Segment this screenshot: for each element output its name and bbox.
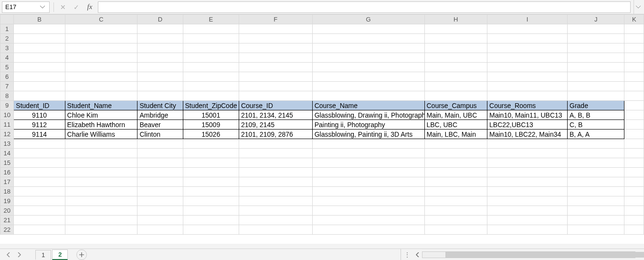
cell-J20[interactable] xyxy=(568,206,624,216)
cell-B2[interactable] xyxy=(14,34,65,43)
row-header-20[interactable]: 20 xyxy=(0,206,14,216)
row-header-5[interactable]: 5 xyxy=(0,63,14,72)
cell-J3[interactable] xyxy=(568,43,624,53)
cell-C20[interactable] xyxy=(65,206,137,216)
row-header-22[interactable]: 22 xyxy=(0,225,14,235)
cell-I2[interactable] xyxy=(487,34,568,43)
cell-J6[interactable] xyxy=(568,72,624,82)
cell-B21[interactable] xyxy=(14,216,65,225)
cell-G20[interactable] xyxy=(312,206,424,216)
cell-D4[interactable] xyxy=(137,53,183,63)
cell-E20[interactable] xyxy=(183,206,239,216)
cell-B7[interactable] xyxy=(14,82,65,91)
cell-B16[interactable] xyxy=(14,168,65,177)
cell-H14[interactable] xyxy=(424,149,487,158)
cell-K7[interactable] xyxy=(624,82,644,91)
col-header-F[interactable]: F xyxy=(239,15,312,24)
cell-H3[interactable] xyxy=(424,43,487,53)
cell-F3[interactable] xyxy=(239,43,312,53)
cell-H7[interactable] xyxy=(424,82,487,91)
row-header-14[interactable]: 14 xyxy=(0,149,14,158)
cell-I14[interactable] xyxy=(487,149,568,158)
cell-H15[interactable] xyxy=(424,158,487,168)
col-header-J[interactable]: J xyxy=(568,15,624,24)
cell-K2[interactable] xyxy=(624,34,644,43)
cell-H13[interactable] xyxy=(424,139,487,149)
cell-F8[interactable] xyxy=(239,91,312,101)
cell-H8[interactable] xyxy=(424,91,487,101)
cell-J12[interactable]: B, A, A xyxy=(568,130,624,139)
cell-D10[interactable]: Ambridge xyxy=(137,110,183,120)
cell-F1[interactable] xyxy=(239,24,312,34)
cell-H1[interactable] xyxy=(424,24,487,34)
cell-C16[interactable] xyxy=(65,168,137,177)
cell-B14[interactable] xyxy=(14,149,65,158)
cell-H18[interactable] xyxy=(424,187,487,196)
cell-F10[interactable]: 2101, 2134, 2145 xyxy=(239,110,312,120)
cell-C19[interactable] xyxy=(65,196,137,206)
cell-H11[interactable]: LBC, UBC xyxy=(424,120,487,130)
cell-I20[interactable] xyxy=(487,206,568,216)
cell-B5[interactable] xyxy=(14,63,65,72)
name-box-dropdown-icon[interactable] xyxy=(39,3,46,11)
row-header-11[interactable]: 11 xyxy=(0,120,14,130)
cell-D5[interactable] xyxy=(137,63,183,72)
cell-I13[interactable] xyxy=(487,139,568,149)
cell-K21[interactable] xyxy=(624,216,644,225)
cell-C15[interactable] xyxy=(65,158,137,168)
cell-B8[interactable] xyxy=(14,91,65,101)
cell-B19[interactable] xyxy=(14,196,65,206)
cell-B20[interactable] xyxy=(14,206,65,216)
cell-K5[interactable] xyxy=(624,63,644,72)
cell-E14[interactable] xyxy=(183,149,239,158)
cell-E8[interactable] xyxy=(183,91,239,101)
cell-E7[interactable] xyxy=(183,82,239,91)
cell-K14[interactable] xyxy=(624,149,644,158)
cell-E10[interactable]: 15001 xyxy=(183,110,239,120)
cell-I9[interactable]: Course_Rooms xyxy=(487,101,568,110)
formula-bar-expand-icon[interactable] xyxy=(633,0,642,14)
cell-I12[interactable]: Main10, LBC22, Main34 xyxy=(487,130,568,139)
next-sheet-button[interactable] xyxy=(14,250,24,260)
cell-C21[interactable] xyxy=(65,216,137,225)
cell-B3[interactable] xyxy=(14,43,65,53)
cell-J11[interactable]: C, B xyxy=(568,120,624,130)
cell-H4[interactable] xyxy=(424,53,487,63)
row-header-6[interactable]: 6 xyxy=(0,72,14,82)
cell-F21[interactable] xyxy=(239,216,312,225)
cell-D9[interactable]: Student City xyxy=(137,101,183,110)
cell-D22[interactable] xyxy=(137,225,183,235)
cell-E17[interactable] xyxy=(183,177,239,187)
cell-G17[interactable] xyxy=(312,177,424,187)
cell-J14[interactable] xyxy=(568,149,624,158)
cell-I18[interactable] xyxy=(487,187,568,196)
cell-F22[interactable] xyxy=(239,225,312,235)
cell-C14[interactable] xyxy=(65,149,137,158)
cell-J5[interactable] xyxy=(568,63,624,72)
cell-H12[interactable]: Main, LBC, Main xyxy=(424,130,487,139)
cell-G9[interactable]: Course_Name xyxy=(312,101,424,110)
col-header-K[interactable]: K xyxy=(624,15,644,24)
cell-F20[interactable] xyxy=(239,206,312,216)
cell-E22[interactable] xyxy=(183,225,239,235)
cell-J19[interactable] xyxy=(568,196,624,206)
cell-E21[interactable] xyxy=(183,216,239,225)
row-header-1[interactable]: 1 xyxy=(0,24,14,34)
cell-H21[interactable] xyxy=(424,216,487,225)
cell-K11[interactable] xyxy=(624,120,644,130)
cell-H10[interactable]: Main, Main, UBC xyxy=(424,110,487,120)
cell-D14[interactable] xyxy=(137,149,183,158)
cell-D12[interactable]: Clinton xyxy=(137,130,183,139)
formula-input[interactable] xyxy=(98,1,631,13)
cell-F17[interactable] xyxy=(239,177,312,187)
cell-G1[interactable] xyxy=(312,24,424,34)
cell-H17[interactable] xyxy=(424,177,487,187)
cell-F19[interactable] xyxy=(239,196,312,206)
row-header-21[interactable]: 21 xyxy=(0,216,14,225)
cell-J15[interactable] xyxy=(568,158,624,168)
cell-G12[interactable]: Glassblowing, Painting ii, 3D Arts xyxy=(312,130,424,139)
row-header-15[interactable]: 15 xyxy=(0,158,14,168)
row-header-19[interactable]: 19 xyxy=(0,196,14,206)
cell-C13[interactable] xyxy=(65,139,137,149)
row-header-8[interactable]: 8 xyxy=(0,91,14,101)
